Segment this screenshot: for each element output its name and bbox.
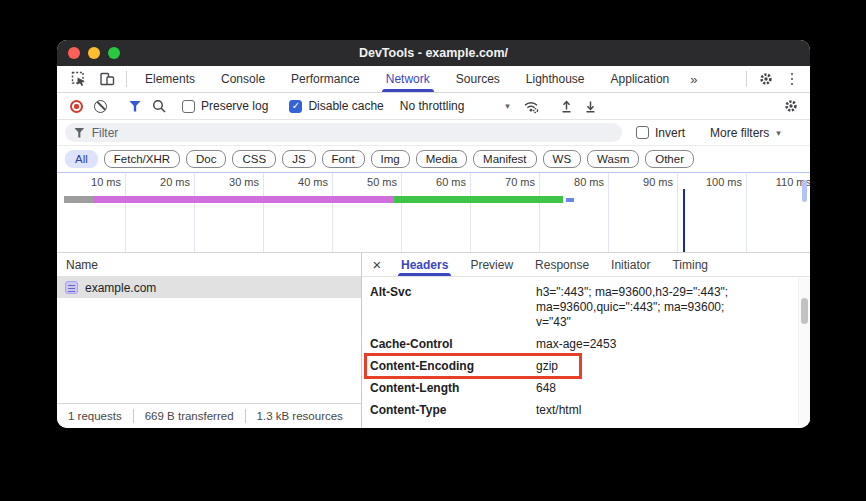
header-value: 648 (536, 381, 798, 396)
tab-label: Lighthouse (526, 72, 585, 86)
preserve-log-checkbox[interactable] (182, 100, 195, 113)
search-icon (152, 99, 167, 114)
details-tab[interactable]: Preview (459, 253, 524, 276)
preserve-log-label[interactable]: Preserve log (201, 99, 268, 113)
type-filter-pill[interactable]: Img (371, 150, 410, 168)
title-bar[interactable]: DevTools - example.com/ (57, 40, 810, 66)
tick-label: 70 ms (471, 173, 540, 252)
funnel-icon (129, 101, 141, 112)
tab-label: Network (386, 72, 430, 86)
main-tab[interactable]: Network (373, 66, 443, 92)
upload-icon (559, 99, 574, 114)
device-toolbar-button[interactable] (93, 66, 121, 92)
inspect-element-button[interactable] (65, 66, 93, 92)
pill-label: Wasm (597, 153, 629, 165)
main-tab[interactable]: Elements (132, 66, 208, 92)
export-har-button[interactable] (579, 95, 603, 117)
header-row[interactable]: Cache-Control max-age=2453 (362, 333, 810, 355)
clear-network-log-button[interactable] (88, 95, 112, 117)
type-filter-pill[interactable]: Wasm (587, 150, 639, 168)
details-scrollbar-track[interactable] (798, 278, 810, 425)
pill-label: All (75, 153, 88, 165)
details-tab[interactable]: Response (524, 253, 600, 276)
network-panel-split: Name example.com 1 requests669 B transfe… (57, 253, 810, 428)
main-tab[interactable]: Application (598, 66, 683, 92)
tick-label: 100 ms (678, 173, 747, 252)
tab-label: Console (221, 72, 265, 86)
traffic-light-button[interactable] (68, 47, 80, 59)
network-settings-button[interactable] (779, 95, 803, 117)
pill-label: Img (381, 153, 400, 165)
type-filter-pill[interactable]: Media (416, 150, 467, 168)
details-tab-label: Timing (672, 258, 708, 272)
filter-toggle-button[interactable] (123, 95, 147, 117)
customize-devtools-button[interactable] (780, 66, 804, 92)
type-filter-pill[interactable]: Font (322, 150, 365, 168)
waterfall-segment (64, 196, 93, 203)
name-column-header[interactable]: Name (57, 253, 361, 277)
details-tab[interactable]: Headers (390, 253, 459, 276)
invert-label[interactable]: Invert (655, 126, 685, 140)
main-tabs: ElementsConsolePerformanceNetworkSources… (132, 66, 682, 92)
close-details-button[interactable]: × (364, 253, 390, 276)
header-row[interactable]: Content-Encoding gzip (362, 355, 810, 377)
type-filter-pill[interactable]: Fetch/XHR (104, 150, 180, 168)
pill-label: Doc (196, 153, 216, 165)
network-overview-timeline[interactable]: 10 ms20 ms30 ms40 ms50 ms60 ms70 ms80 ms… (57, 172, 810, 253)
toolbar-divider (746, 71, 747, 87)
traffic-light-button[interactable] (108, 47, 120, 59)
record-network-log-button[interactable] (64, 95, 88, 117)
settings-button[interactable] (752, 66, 780, 92)
gear-icon (783, 98, 799, 114)
tick-label: 80 ms (540, 173, 609, 252)
header-name: Content-Encoding (370, 359, 536, 374)
tick-label: 40 ms (264, 173, 333, 252)
header-name: Cache-Control (370, 337, 536, 352)
details-tabs: HeadersPreviewResponseInitiatorTiming (390, 253, 719, 276)
header-row[interactable]: Content-Type text/html (362, 399, 810, 421)
main-tab[interactable]: Performance (278, 66, 373, 92)
header-row[interactable]: Alt-Svc h3=":443"; ma=93600,h3-29=":443"… (362, 281, 810, 333)
type-filter-pill[interactable]: CSS (232, 150, 276, 168)
request-row[interactable]: example.com (57, 277, 361, 298)
main-tab[interactable]: Sources (443, 66, 513, 92)
filter-input[interactable] (92, 126, 613, 140)
import-har-button[interactable] (555, 95, 579, 117)
main-tab[interactable]: Lighthouse (513, 66, 598, 92)
type-filter-pill[interactable]: JS (282, 150, 315, 168)
type-filter-pill[interactable]: Manifest (473, 150, 536, 168)
details-tab-bar: × HeadersPreviewResponseInitiatorTiming (362, 253, 810, 277)
main-tab[interactable]: Console (208, 66, 278, 92)
header-name: Alt-Svc (370, 285, 536, 300)
overview-scrollbar-thumb[interactable] (802, 180, 807, 202)
disable-cache-checkbox[interactable]: ✓ (289, 100, 302, 113)
details-tab[interactable]: Timing (661, 253, 719, 276)
type-filter-pill[interactable]: Doc (186, 150, 226, 168)
request-table-panel: Name example.com 1 requests669 B transfe… (57, 253, 362, 428)
type-filter-pill[interactable]: Other (645, 150, 694, 168)
details-tab[interactable]: Initiator (600, 253, 661, 276)
header-row[interactable]: Content-Length 648 (362, 377, 810, 399)
details-scrollbar-thumb[interactable] (801, 298, 808, 324)
search-button[interactable] (147, 95, 171, 117)
tab-label: Application (611, 72, 670, 86)
resource-type-filters: AllFetch/XHRDocCSSJSFontImgMediaManifest… (57, 146, 810, 172)
type-filter-pill[interactable]: All (65, 150, 98, 168)
chevron-down-icon: ▾ (505, 101, 510, 111)
network-toolbar: Preserve log ✓ Disable cache No throttli… (57, 93, 810, 120)
request-details-panel: × HeadersPreviewResponseInitiatorTiming … (362, 253, 810, 428)
response-headers-list: Alt-Svc h3=":443"; ma=93600,h3-29=":443"… (362, 277, 810, 428)
pill-label: Other (655, 153, 684, 165)
more-filters-dropdown[interactable]: More filters ▾ (706, 126, 785, 140)
traffic-light-button[interactable] (88, 47, 100, 59)
network-conditions-button[interactable] (520, 95, 544, 117)
waterfall-segment (566, 198, 574, 202)
more-tabs-button[interactable]: » (682, 66, 705, 92)
invert-filter: Invert (636, 126, 695, 140)
type-filter-pill[interactable]: WS (543, 150, 582, 168)
disable-cache-label[interactable]: Disable cache (308, 99, 383, 113)
waterfall-segment (93, 196, 394, 203)
invert-checkbox[interactable] (636, 126, 649, 139)
checkmark-icon: ✓ (292, 101, 300, 111)
throttling-dropdown[interactable]: No throttling ▾ (394, 99, 516, 113)
